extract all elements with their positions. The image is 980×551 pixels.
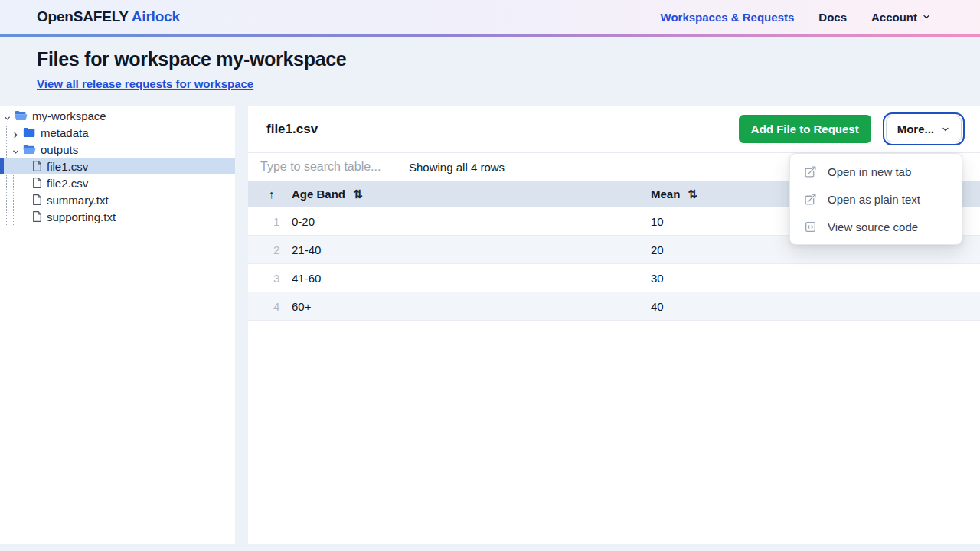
chevron-down-icon[interactable] — [3, 112, 11, 120]
nav-link-label: Account — [871, 11, 917, 24]
file-tree-sidebar: my-workspace metadata outputs file — [0, 106, 235, 544]
row-count-status: Showing all 4 rows — [409, 161, 505, 174]
menu-item-view-source-code[interactable]: View source code — [790, 213, 962, 240]
row-number-column-header[interactable]: ↑ — [248, 187, 292, 201]
file-icon — [32, 210, 42, 223]
file-icon — [32, 177, 42, 189]
tree-item-label: metadata — [41, 126, 89, 139]
mean-cell: 20 — [651, 243, 980, 256]
nav-link-label: Docs — [818, 11, 847, 24]
tree-item-label: my-workspace — [32, 109, 106, 122]
nav-link-account[interactable]: Account — [871, 11, 931, 24]
file-title: file1.csv — [266, 122, 318, 137]
tree-item-summary-txt[interactable]: summary.txt — [0, 191, 235, 208]
chevron-down-icon[interactable] — [11, 145, 20, 154]
tree-item-my-workspace[interactable]: my-workspace — [0, 107, 235, 124]
tree-item-label: file1.csv — [47, 160, 88, 173]
menu-item-open-in-new-tab[interactable]: Open in new tab — [790, 158, 962, 185]
file-icon — [32, 194, 42, 206]
code-icon — [804, 220, 817, 233]
row-number-cell: 2 — [248, 243, 292, 256]
column-header-label: Mean — [651, 187, 680, 201]
age-band-cell: 41-60 — [292, 272, 651, 285]
chevron-down-icon — [922, 12, 931, 21]
nav-link-label: Workspaces & Requests — [661, 11, 795, 24]
age-band-cell: 0-20 — [292, 215, 651, 228]
brand-primary: OpenSAFELY — [37, 8, 128, 24]
search-input[interactable] — [248, 160, 398, 174]
sort-asc-icon: ↑ — [269, 187, 275, 201]
file-content-panel: file1.csv Add File to Request More... Sh… — [248, 106, 980, 544]
view-release-requests-link[interactable]: View all release requests for workspace — [37, 77, 253, 90]
menu-item-open-as-plain-text[interactable]: Open as plain text — [790, 185, 962, 213]
more-dropdown-menu: Open in new tab Open as plain text View … — [789, 153, 962, 245]
table-row: 3 41-60 30 — [248, 264, 980, 292]
more-button[interactable]: More... — [886, 116, 962, 142]
nav-link-docs[interactable]: Docs — [818, 11, 847, 24]
row-number-cell: 1 — [248, 215, 292, 228]
external-link-icon — [804, 165, 817, 178]
brand-secondary: Airlock — [132, 8, 180, 24]
tree-item-label: supporting.txt — [47, 210, 116, 223]
tree-item-supporting-txt[interactable]: supporting.txt — [0, 208, 235, 225]
sort-icon: ⇅ — [688, 187, 697, 201]
tree-item-metadata[interactable]: metadata — [0, 124, 235, 141]
column-header-age-band[interactable]: Age Band ⇅ — [292, 187, 651, 201]
tree-item-label: outputs — [41, 143, 78, 156]
page-title: Files for workspace my-workspace — [37, 48, 943, 70]
chevron-down-icon — [941, 125, 950, 134]
tree-item-file2-csv[interactable]: file2.csv — [0, 174, 235, 191]
external-link-icon — [804, 193, 817, 206]
menu-item-label: Open in new tab — [828, 165, 911, 178]
folder-icon — [23, 127, 36, 138]
panel-header: file1.csv Add File to Request More... — [248, 106, 980, 153]
tree-item-outputs[interactable]: outputs — [0, 141, 235, 158]
column-header-label: Age Band — [292, 187, 345, 201]
age-band-cell: 60+ — [292, 300, 651, 313]
nav-link-workspaces[interactable]: Workspaces & Requests — [661, 11, 795, 24]
menu-item-label: Open as plain text — [828, 193, 920, 206]
page-header: Files for workspace my-workspace View al… — [0, 37, 980, 106]
folder-open-icon — [15, 110, 28, 121]
file-icon — [32, 160, 42, 172]
row-number-cell: 4 — [248, 300, 292, 313]
table-row: 4 60+ 40 — [248, 292, 980, 321]
panel-actions: Add File to Request More... — [739, 115, 962, 143]
age-band-cell: 21-40 — [292, 243, 651, 256]
app-logo[interactable]: OpenSAFELY Airlock — [37, 8, 180, 25]
mean-cell: 30 — [651, 272, 980, 285]
sort-icon: ⇅ — [353, 187, 363, 201]
folder-open-icon — [23, 144, 36, 155]
nav-links: Workspaces & Requests Docs Account — [661, 11, 931, 24]
chevron-right-icon[interactable] — [11, 129, 20, 137]
add-file-to-request-button[interactable]: Add File to Request — [739, 115, 871, 143]
menu-item-label: View source code — [828, 220, 918, 233]
tree-item-file1-csv[interactable]: file1.csv — [0, 158, 235, 174]
more-button-label: More... — [897, 122, 934, 135]
main-region: my-workspace metadata outputs file — [0, 106, 980, 544]
tree-item-label: summary.txt — [47, 194, 109, 207]
mean-cell: 40 — [651, 300, 980, 313]
top-navbar: OpenSAFELY Airlock Workspaces & Requests… — [0, 0, 980, 34]
row-number-cell: 3 — [248, 272, 292, 285]
tree-item-label: file2.csv — [47, 177, 88, 190]
